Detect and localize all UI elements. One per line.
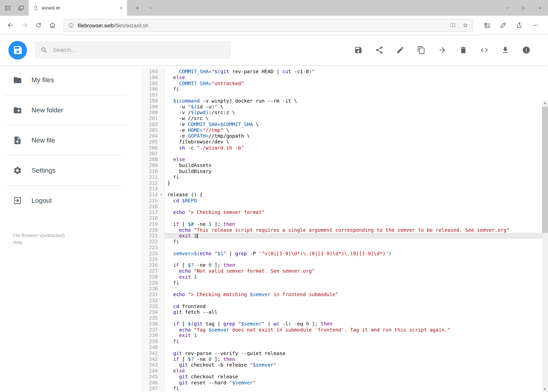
code-text[interactable]	[165, 286, 548, 292]
code-text[interactable]: if [ $(git tag | grep "$semver" | wc -l)…	[165, 321, 548, 327]
code-text[interactable]	[165, 297, 548, 303]
sidebar-item-settings[interactable]: Settings	[0, 155, 141, 186]
download-button[interactable]	[501, 46, 509, 54]
share-button[interactable]	[375, 46, 383, 54]
code-text[interactable]: git checkout -b release "$semver"	[165, 362, 548, 368]
code-text[interactable]: buildAssets	[165, 162, 548, 168]
delete-button[interactable]	[459, 46, 468, 54]
code-text[interactable]: exit 1	[165, 333, 548, 339]
code-text[interactable]: git reset --hard "$semver"	[165, 380, 548, 385]
forward-button[interactable]	[17, 18, 32, 32]
rename-button[interactable]	[396, 46, 405, 54]
code-text[interactable]: else	[165, 368, 548, 374]
new-tab-button[interactable]	[135, 5, 140, 11]
code-text[interactable]: fi	[165, 174, 548, 180]
code-text[interactable]: cd frontend	[165, 303, 548, 309]
code-text[interactable]: if [ $? -ne 0 ]; then	[165, 262, 548, 268]
code-text[interactable]: -e HOME="//tmp" \	[165, 127, 548, 133]
tab-preview-icon[interactable]	[4, 4, 11, 11]
code-text[interactable]: filebrowser/dev \	[165, 139, 548, 145]
code-text[interactable]: }	[165, 180, 548, 186]
code-text[interactable]: echo "This release script requires a sin…	[165, 227, 548, 233]
scrollbar-up-arrow[interactable]: ▲	[542, 100, 548, 106]
maximize-button[interactable]	[515, 0, 532, 16]
sidebar-item-new-folder[interactable]: New folder	[0, 95, 141, 125]
code-editor[interactable]: 193 COMMIT_SHA="$(git rev-parse HEAD | c…	[141, 65, 548, 392]
fold-arrow-icon[interactable]: ▾	[160, 192, 165, 198]
hub-button[interactable]	[480, 18, 494, 32]
code-text[interactable]: -v /$(pwd):/src:z \	[165, 110, 548, 115]
code-text[interactable]	[165, 256, 548, 262]
site-info-icon[interactable]	[68, 22, 74, 28]
code-text[interactable]: fi	[165, 86, 548, 92]
code-text[interactable]: -u "$(id -u)" \	[165, 104, 548, 110]
share-page-button[interactable]	[512, 18, 527, 32]
code-text[interactable]: if [ $# -ne 1 ]; then	[165, 221, 548, 227]
code-text[interactable]: git rev-parse --verify --quiet release	[165, 350, 548, 356]
code-text[interactable]: else	[165, 75, 548, 80]
refresh-button[interactable]	[32, 18, 46, 32]
sidebar-item-logout[interactable]: Logout	[0, 186, 141, 216]
close-button[interactable]	[532, 0, 548, 16]
code-text[interactable]: -e GOPATH=//tmp/gopath \	[165, 133, 548, 139]
code-text[interactable]: if [ $? -ne 0 ]; then	[165, 356, 548, 362]
favorite-button[interactable]	[459, 20, 471, 30]
home-button[interactable]	[46, 18, 60, 32]
sidebar-item-new-file[interactable]: New file	[0, 125, 141, 155]
set-tabs-aside-icon[interactable]	[17, 4, 24, 11]
web-note-button[interactable]	[496, 18, 510, 32]
search-input[interactable]	[52, 47, 225, 54]
back-button[interactable]	[4, 18, 18, 32]
code-text[interactable]	[165, 92, 548, 98]
code-text[interactable]: -w //src \	[165, 115, 548, 121]
save-button[interactable]	[354, 46, 362, 54]
code-text[interactable]	[165, 215, 548, 221]
code-text[interactable]: fi	[165, 280, 548, 286]
code-button[interactable]	[480, 46, 489, 54]
code-text[interactable]: else	[165, 157, 548, 162]
browser-tab[interactable]: wizard.sh	[29, 0, 127, 16]
code-text[interactable]: fi	[165, 339, 548, 344]
code-text[interactable]: buildBinary	[165, 168, 548, 174]
code-text[interactable]: fi	[165, 239, 548, 245]
copy-button[interactable]	[417, 46, 425, 54]
code-text[interactable]	[165, 203, 548, 210]
code-text[interactable]: sh -c "./wizard.sh -b"	[165, 145, 548, 151]
help-link[interactable]: Help	[13, 239, 141, 246]
sidebar-item-my-files[interactable]: My files	[0, 65, 141, 95]
tab-list-chevron-icon[interactable]	[148, 6, 153, 10]
code-text[interactable]: semver=$(echo "$1" | grep -P '^v(0|[1-9]…	[165, 251, 548, 256]
code-text[interactable]: git checkout release	[165, 374, 548, 380]
url-text[interactable]: filebrowser.web/files/wizard.sh	[78, 22, 148, 28]
code-text[interactable]: echo "> Checking semver format"	[165, 210, 548, 215]
code-text[interactable]: cd $REPO	[165, 198, 548, 203]
code-text[interactable]	[165, 186, 548, 192]
code-text[interactable]: fi	[165, 385, 548, 392]
code-text[interactable]	[165, 315, 548, 321]
code-text[interactable]: COMMIT_SHA="untracked"	[165, 80, 548, 86]
minimize-button[interactable]	[499, 0, 515, 16]
code-text[interactable]: echo "Not valid semver format. See semve…	[165, 268, 548, 274]
move-button[interactable]	[438, 46, 446, 54]
code-text[interactable]: exit 1	[165, 233, 548, 239]
page-scrollbar[interactable]: ▲ ▼	[542, 100, 548, 392]
code-text[interactable]: $(command -v winpty) docker run --rm -it…	[165, 98, 548, 104]
code-text[interactable]: echo "> Checking matching $semver in fro…	[165, 292, 548, 297]
code-text[interactable]	[165, 151, 548, 157]
code-text[interactable]: exit 1	[165, 274, 548, 280]
app-logo[interactable]	[8, 41, 27, 59]
code-text[interactable]: -e COMMIT_SHA=$COMMIT_SHA \	[165, 121, 548, 127]
scrollbar-down-arrow[interactable]: ▼	[542, 386, 548, 392]
code-text[interactable]	[165, 245, 548, 251]
more-options-button[interactable]	[528, 18, 542, 32]
scrollbar-thumb[interactable]	[542, 107, 548, 233]
code-text[interactable]: release () {	[165, 192, 548, 198]
code-text[interactable]: git fetch --all	[165, 309, 548, 315]
tab-close-icon[interactable]	[118, 6, 124, 10]
code-text[interactable]: echo "Tag $semver does not exist in subm…	[165, 327, 548, 333]
info-button[interactable]	[522, 46, 531, 54]
code-text[interactable]: COMMIT_SHA="$(git rev-parse HEAD | cut -…	[165, 69, 548, 75]
search-bar[interactable]	[35, 41, 231, 59]
address-bar[interactable]: filebrowser.web/files/wizard.sh	[64, 19, 473, 32]
code-text[interactable]	[165, 344, 548, 350]
